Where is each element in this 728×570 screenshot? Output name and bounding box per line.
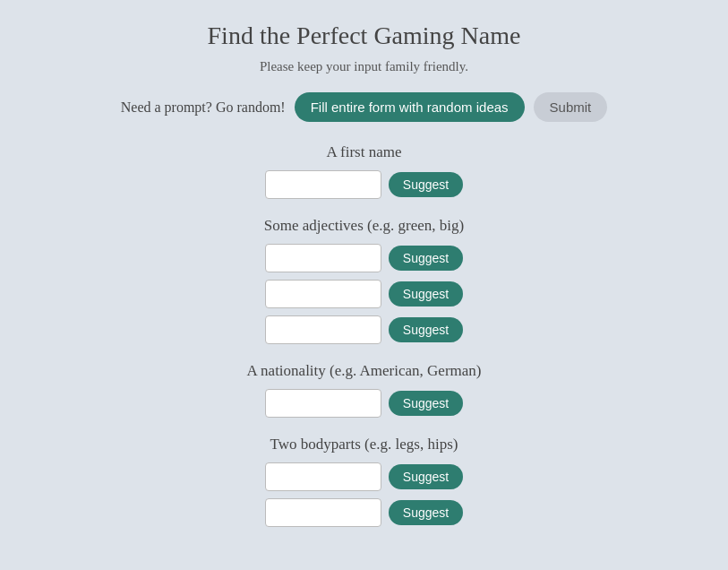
input-row-adjective-3: Suggest <box>247 315 482 344</box>
section-label-adjectives: Some adjectives (e.g. green, big) <box>247 217 482 235</box>
page-subtitle: Please keep your input family friendly. <box>260 59 468 74</box>
random-row: Need a prompt? Go random! Fill entire fo… <box>121 92 608 122</box>
input-adjective-1[interactable] <box>265 244 381 272</box>
section-first-name: A first nameSuggest <box>247 143 482 199</box>
section-nationality: A nationality (e.g. American, German)Sug… <box>247 362 482 418</box>
input-adjective-2[interactable] <box>265 280 381 308</box>
input-bodypart-2[interactable] <box>265 498 381 527</box>
input-bodypart-1[interactable] <box>265 462 381 491</box>
page-title: Find the Perfect Gaming Name <box>208 22 521 50</box>
section-bodyparts: Two bodyparts (e.g. legs, hips)SuggestSu… <box>247 436 482 527</box>
section-label-bodyparts: Two bodyparts (e.g. legs, hips) <box>247 436 482 453</box>
fill-random-button[interactable]: Fill entire form with random ideas <box>295 92 525 122</box>
suggest-button-bodypart-2[interactable]: Suggest <box>389 500 463 525</box>
suggest-button-bodypart-1[interactable]: Suggest <box>389 464 463 489</box>
form-sections: A first nameSuggestSome adjectives (e.g.… <box>247 143 482 545</box>
input-row-nationality-1: Suggest <box>247 389 482 418</box>
section-label-nationality: A nationality (e.g. American, German) <box>247 362 482 380</box>
suggest-button-nationality-1[interactable]: Suggest <box>389 391 463 416</box>
submit-button[interactable]: Submit <box>534 92 608 122</box>
input-row-bodypart-2: Suggest <box>247 498 482 527</box>
section-adjectives: Some adjectives (e.g. green, big)Suggest… <box>247 217 482 344</box>
input-firstname-1[interactable] <box>265 170 381 199</box>
input-row-bodypart-1: Suggest <box>247 462 482 491</box>
input-row-firstname-1: Suggest <box>247 170 482 199</box>
input-row-adjective-2: Suggest <box>247 280 482 308</box>
suggest-button-adjective-3[interactable]: Suggest <box>389 317 463 342</box>
input-row-adjective-1: Suggest <box>247 244 482 272</box>
input-adjective-3[interactable] <box>265 315 381 344</box>
suggest-button-firstname-1[interactable]: Suggest <box>389 172 463 197</box>
suggest-button-adjective-1[interactable]: Suggest <box>389 246 463 271</box>
input-nationality-1[interactable] <box>265 389 381 418</box>
section-label-first-name: A first name <box>247 143 482 161</box>
random-prompt-label: Need a prompt? Go random! <box>121 99 286 116</box>
suggest-button-adjective-2[interactable]: Suggest <box>389 281 463 307</box>
